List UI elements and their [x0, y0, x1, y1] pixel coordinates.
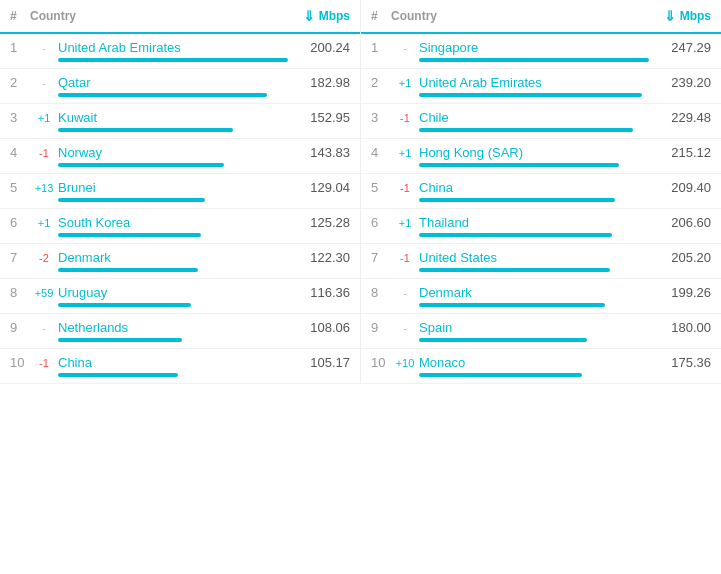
download-icon: ⇓ — [664, 8, 676, 24]
country-name[interactable]: Netherlands — [58, 320, 295, 335]
mbps-value: 182.98 — [295, 75, 350, 90]
speed-bar — [58, 198, 205, 202]
rank-change: +1 — [391, 147, 419, 159]
speed-bar — [58, 303, 191, 307]
country-name[interactable]: Monaco — [419, 355, 656, 370]
header-hash: # — [371, 9, 391, 23]
rank-change: +1 — [30, 112, 58, 124]
rank-number: 9 — [371, 320, 391, 335]
speed-bar — [58, 93, 267, 97]
speed-bar — [58, 268, 198, 272]
table-header: # Country ⇓ Mbps — [361, 0, 721, 34]
country-name[interactable]: Uruguay — [58, 285, 295, 300]
header-country: Country — [391, 9, 664, 23]
country-name[interactable]: Brunei — [58, 180, 295, 195]
mbps-value: 215.12 — [656, 145, 711, 160]
rank-change: -1 — [30, 357, 58, 369]
table-row: 3+1Kuwait152.95 — [0, 104, 360, 139]
speed-bar — [58, 338, 182, 342]
table-row: 5+13Brunei129.04 — [0, 174, 360, 209]
table-row: 6+1Thailand206.60 — [361, 209, 721, 244]
country-name[interactable]: Denmark — [58, 250, 295, 265]
rank-change: - — [391, 287, 419, 299]
mbps-value: 116.36 — [295, 285, 350, 300]
table-row: 2-Qatar182.98 — [0, 69, 360, 104]
table-row: 1-United Arab Emirates200.24 — [0, 34, 360, 69]
panel-right: # Country ⇓ Mbps 1-Singapore247.292+1Uni… — [361, 0, 721, 384]
speed-bar — [419, 373, 582, 377]
speed-bar — [419, 58, 649, 62]
mbps-value: 125.28 — [295, 215, 350, 230]
table-row: 8+59Uruguay116.36 — [0, 279, 360, 314]
rank-number: 7 — [371, 250, 391, 265]
country-name[interactable]: Norway — [58, 145, 295, 160]
mbps-value: 229.48 — [656, 110, 711, 125]
country-name[interactable]: China — [419, 180, 656, 195]
country-name[interactable]: Chile — [419, 110, 656, 125]
table-row: 7-1United States205.20 — [361, 244, 721, 279]
country-name[interactable]: Spain — [419, 320, 656, 335]
rank-change: +1 — [391, 217, 419, 229]
country-name[interactable]: Kuwait — [58, 110, 295, 125]
mbps-value: 200.24 — [295, 40, 350, 55]
table-row: 9-Netherlands108.06 — [0, 314, 360, 349]
table-row: 4-1Norway143.83 — [0, 139, 360, 174]
country-name[interactable]: China — [58, 355, 295, 370]
speed-bar — [419, 128, 633, 132]
country-name[interactable]: South Korea — [58, 215, 295, 230]
mbps-value: 105.17 — [295, 355, 350, 370]
mbps-value: 152.95 — [295, 110, 350, 125]
rank-number: 6 — [10, 215, 30, 230]
country-name[interactable]: Hong Kong (SAR) — [419, 145, 656, 160]
mbps-value: 129.04 — [295, 180, 350, 195]
main-container: # Country ⇓ Mbps 1-United Arab Emirates2… — [0, 0, 721, 384]
rank-change: +59 — [30, 287, 58, 299]
rank-change: +1 — [30, 217, 58, 229]
download-icon: ⇓ — [303, 8, 315, 24]
rank-number: 8 — [10, 285, 30, 300]
header-mbps: ⇓ Mbps — [303, 8, 350, 24]
rank-number: 10 — [371, 355, 391, 370]
rank-change: +1 — [391, 77, 419, 89]
table-row: 10-1China105.17 — [0, 349, 360, 384]
rank-change: -1 — [391, 112, 419, 124]
rank-change: - — [391, 322, 419, 334]
rank-number: 9 — [10, 320, 30, 335]
header-mbps: ⇓ Mbps — [664, 8, 711, 24]
country-name[interactable]: Singapore — [419, 40, 656, 55]
rank-number: 4 — [371, 145, 391, 160]
table-row: 9-Spain180.00 — [361, 314, 721, 349]
country-name[interactable]: Qatar — [58, 75, 295, 90]
rank-change: - — [30, 322, 58, 334]
rank-change: -1 — [30, 147, 58, 159]
rank-number: 8 — [371, 285, 391, 300]
table-row: 2+1United Arab Emirates239.20 — [361, 69, 721, 104]
table-row: 5-1China209.40 — [361, 174, 721, 209]
rank-change: - — [391, 42, 419, 54]
table-row: 1-Singapore247.29 — [361, 34, 721, 69]
rank-number: 10 — [10, 355, 30, 370]
country-name[interactable]: Thailand — [419, 215, 656, 230]
country-name[interactable]: United Arab Emirates — [419, 75, 656, 90]
mbps-value: 122.30 — [295, 250, 350, 265]
speed-bar — [419, 338, 587, 342]
country-name[interactable]: Denmark — [419, 285, 656, 300]
mbps-value: 209.40 — [656, 180, 711, 195]
rank-number: 7 — [10, 250, 30, 265]
rank-change: - — [30, 77, 58, 89]
country-name[interactable]: United Arab Emirates — [58, 40, 295, 55]
rank-number: 5 — [10, 180, 30, 195]
country-name[interactable]: United States — [419, 250, 656, 265]
mbps-value: 143.83 — [295, 145, 350, 160]
table-row: 7-2Denmark122.30 — [0, 244, 360, 279]
rank-change: -1 — [391, 182, 419, 194]
mbps-value: 108.06 — [295, 320, 350, 335]
mbps-value: 239.20 — [656, 75, 711, 90]
table-row: 4+1Hong Kong (SAR)215.12 — [361, 139, 721, 174]
rank-change: +13 — [30, 182, 58, 194]
rank-number: 2 — [371, 75, 391, 90]
rank-number: 3 — [371, 110, 391, 125]
speed-bar — [58, 233, 201, 237]
rank-number: 1 — [10, 40, 30, 55]
header-country: Country — [30, 9, 303, 23]
